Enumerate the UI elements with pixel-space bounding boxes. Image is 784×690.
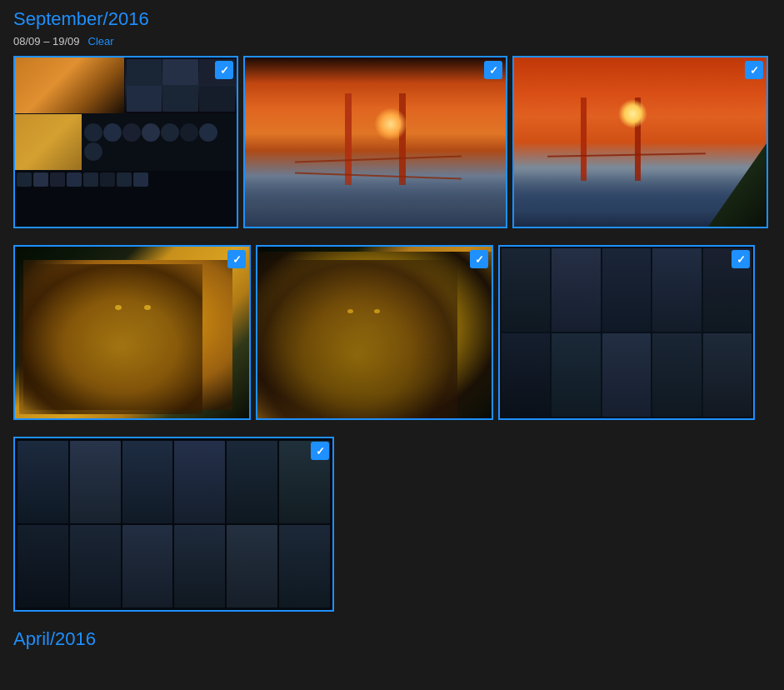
checkmark-ggb1: ✓ [484, 61, 502, 79]
grid-row-2: ✓ ✓ [13, 245, 771, 420]
checkmark-got-multi1: ✓ [732, 250, 750, 268]
thumb-ggb2[interactable]: ✓ [512, 56, 768, 228]
section-title-april: April/2016 [13, 628, 771, 650]
date-range-row: 08/09 – 19/09 Clear [13, 35, 771, 48]
thumb-lion2[interactable]: ✓ [256, 245, 493, 420]
grid-row-3: ✓ [13, 437, 771, 612]
checkmark-lion1: ✓ [227, 250, 246, 268]
clear-button[interactable]: Clear [88, 35, 114, 48]
date-range-text: 08/09 – 19/09 [13, 35, 80, 48]
thumb-lion1[interactable]: ✓ [13, 245, 251, 420]
checkmark-ggb2: ✓ [745, 61, 763, 79]
grid-row-1: ✓ ✓ ✓ [13, 56, 771, 228]
thumb-ggb1[interactable]: ✓ [243, 56, 507, 228]
section-title-september: September/2016 [13, 8, 771, 30]
checkmark-got-small: ✓ [311, 442, 329, 460]
checkmark-lion2: ✓ [470, 250, 488, 268]
thumb-collage[interactable]: ✓ [13, 56, 238, 228]
checkmark-collage: ✓ [215, 61, 233, 79]
thumb-got-small[interactable]: ✓ [13, 437, 334, 612]
thumb-got-multi1[interactable]: ✓ [498, 245, 755, 420]
